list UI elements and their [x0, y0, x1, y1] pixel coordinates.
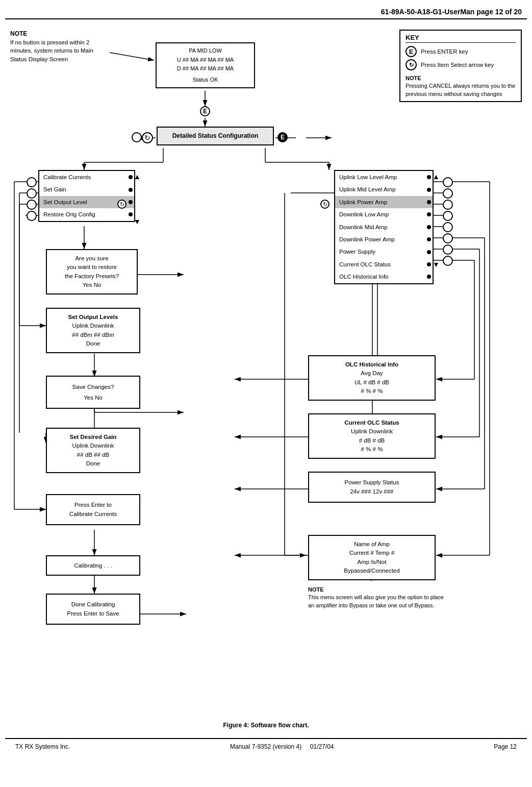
olc-hist-line1: Avg Day: [313, 369, 430, 378]
right-menu-scroll-down[interactable]: ▼: [433, 260, 440, 268]
note-bottom-label: NOTE: [308, 586, 324, 593]
e-left-restore[interactable]: [27, 211, 37, 221]
e-enter-1[interactable]: E: [200, 106, 210, 116]
calibrating-box: Calibrating . . .: [46, 555, 140, 576]
arrow-circle-uplink-power[interactable]: ↻: [320, 200, 330, 209]
select-icon: ↻: [406, 59, 417, 70]
menu-item-downlink-low[interactable]: Downlink Low Amp: [335, 208, 433, 220]
done-cal-line1: Done Calibrating: [51, 600, 135, 609]
status-line2: U ## MA ## MA ## MA: [161, 56, 250, 65]
ds-label: Detailed Status Configuration: [172, 132, 259, 139]
e-left-setgain[interactable]: [27, 188, 37, 199]
key-note: NOTE Pressing CANCEL always returns you …: [406, 75, 516, 98]
figure-caption: Figure 4: Software flow chart.: [5, 722, 527, 729]
done-calibrating-box: Done Calibrating Press Enter to Save: [46, 594, 140, 625]
note-bottom: NOTE This menu screen will also give you…: [308, 586, 451, 609]
set-gain-line3: Done: [51, 459, 135, 468]
current-olc-line1: Uplink Downlink: [313, 427, 430, 436]
e-left-calibrate[interactable]: [27, 177, 37, 187]
key-title: KEY: [406, 34, 516, 43]
menu-item-power-supply[interactable]: Power Supply: [335, 245, 433, 258]
status-line1: PA MID LOW: [161, 46, 250, 56]
set-output-line3: Done: [51, 339, 135, 348]
menu-item-uplink-mid[interactable]: Uplink Mid Level Amp: [335, 183, 433, 195]
e-right-uplink-low[interactable]: [443, 177, 453, 187]
amp-line3: Amp Is/Not: [313, 558, 430, 567]
arrow-circle-ds[interactable]: ↻: [142, 132, 153, 143]
restore-line3: the Factory Presets?: [51, 272, 133, 281]
status-ok-box: PA MID LOW U ## MA ## MA ## MA D ## MA #…: [156, 42, 255, 88]
e-right-current-olc[interactable]: [443, 256, 453, 266]
footer: TX RX Systems Inc. Manual 7-9352 (versio…: [5, 738, 527, 754]
page-title: 61-89A-50-A18-G1-UserMan page 12 of 20: [5, 5, 527, 19]
e-right-downlink-power[interactable]: [443, 233, 453, 243]
key-enter-item: E Press ENTER key: [406, 46, 516, 57]
e-right-uplink-mid[interactable]: [443, 188, 453, 199]
footer-right: Page 12: [494, 743, 517, 750]
menu-item-uplink-low[interactable]: Uplink Low Level Amp: [335, 171, 433, 183]
set-gain-line1: Uplink Downlink: [51, 441, 135, 450]
main-content: NOTE If no button is pressed within 2 mi…: [5, 24, 527, 759]
note-text: If no button is pressed within 2 minutes…: [10, 38, 110, 64]
svg-line-2: [110, 53, 154, 60]
enter-icon: E: [406, 46, 417, 57]
set-gain-title: Set Desired Gain: [51, 433, 135, 441]
olc-hist-line2: UL # dB # dB: [313, 378, 430, 387]
menu-item-uplink-power[interactable]: Uplink Power Amp: [335, 196, 433, 208]
right-menu: Uplink Low Level Amp Uplink Mid Level Am…: [334, 170, 434, 284]
amp-line2: Current # Temp #: [313, 549, 430, 557]
note-label: NOTE: [10, 30, 110, 38]
save-changes-text: Save Changes? Yes No: [51, 382, 135, 403]
menu-item-downlink-power[interactable]: Downlink Power Amp: [335, 233, 433, 245]
left-menu-scroll-down[interactable]: ▼: [134, 217, 141, 226]
left-menu-scroll-up[interactable]: ▲: [134, 173, 141, 181]
menu-item-setgain[interactable]: Set Gain: [39, 183, 134, 195]
current-olc-line2: # dB # dB: [313, 436, 430, 445]
key-note-label: NOTE: [406, 75, 421, 81]
e-right-downlink-low[interactable]: [443, 211, 453, 221]
set-output-box: Set Output Levels Uplink Downlink ## dBm…: [46, 308, 140, 353]
right-menu-scroll-up[interactable]: ▲: [433, 173, 440, 181]
e-left-setoutput[interactable]: [27, 200, 37, 210]
e-right-ds[interactable]: E: [277, 132, 288, 142]
power-supply-box: Power Supply Status 24v ### 12v ###: [308, 472, 436, 503]
page-container: 61-89A-50-A18-G1-UserMan page 12 of 20 N…: [0, 0, 532, 787]
select-label: Press Item Select arrow key: [421, 62, 494, 68]
enter-label: Press ENTER key: [421, 48, 468, 55]
press-enter-text: Press Enter to Calibrate Currents: [51, 500, 135, 519]
status-line4: Status OK: [161, 76, 250, 85]
restore-line4: Yes No: [51, 281, 133, 289]
set-output-line1: Uplink Downlink: [51, 322, 135, 330]
restore-line1: Are you sure: [51, 254, 133, 263]
current-olc-title: Current OLC Status: [313, 419, 430, 427]
menu-item-olc-hist[interactable]: OLC Historical Info: [335, 270, 433, 283]
menu-item-current-olc[interactable]: Current OLC Status: [335, 258, 433, 270]
figure-bold: Figure 4: [223, 722, 247, 729]
power-supply-text: Power Supply Status 24v ### 12v ###: [313, 478, 430, 497]
arrow-circle-output[interactable]: ↻: [117, 200, 126, 209]
done-cal-line2: Press Enter to Save: [51, 609, 135, 618]
detailed-status-box: Detailed Status Configuration: [157, 127, 274, 145]
set-gain-line2: ## dB ## dB: [51, 451, 135, 459]
olc-historical-box: OLC Historical Info Avg Day UL # dB # dB…: [308, 355, 436, 401]
press-enter-calibrate-box: Press Enter to Calibrate Currents: [46, 494, 140, 525]
current-olc-line3: # % # %: [313, 445, 430, 454]
current-olc-box: Current OLC Status Uplink Downlink # dB …: [308, 413, 436, 459]
menu-item-downlink-mid[interactable]: Downlink Mid Amp: [335, 221, 433, 233]
e-right-downlink-mid[interactable]: [443, 222, 453, 232]
key-box: KEY E Press ENTER key ↻ Press Item Selec…: [399, 30, 522, 102]
e-left-ds[interactable]: [132, 132, 142, 142]
key-note-text: Pressing CANCEL always returns you to th…: [406, 83, 515, 96]
name-amp-box: Name of Amp Current # Temp # Amp Is/Not …: [308, 535, 436, 580]
menu-item-restore[interactable]: Restore Orig Config: [39, 208, 134, 220]
restore-line2: you want to restore: [51, 263, 133, 272]
e-right-uplink-power[interactable]: [443, 200, 453, 210]
left-menu: Calibrate Currents Set Gain Set Output L…: [38, 170, 135, 222]
status-line3: D ## MA ## MA ## MA: [161, 64, 250, 73]
e-right-power-supply[interactable]: [443, 244, 453, 255]
menu-item-calibrate[interactable]: Calibrate Currents: [39, 171, 134, 183]
key-select-item: ↻ Press Item Select arrow key: [406, 59, 516, 70]
save-changes-box: Save Changes? Yes No: [46, 376, 140, 409]
note-topleft: NOTE If no button is pressed within 2 mi…: [10, 30, 110, 64]
olc-hist-title: OLC Historical Info: [313, 360, 430, 369]
